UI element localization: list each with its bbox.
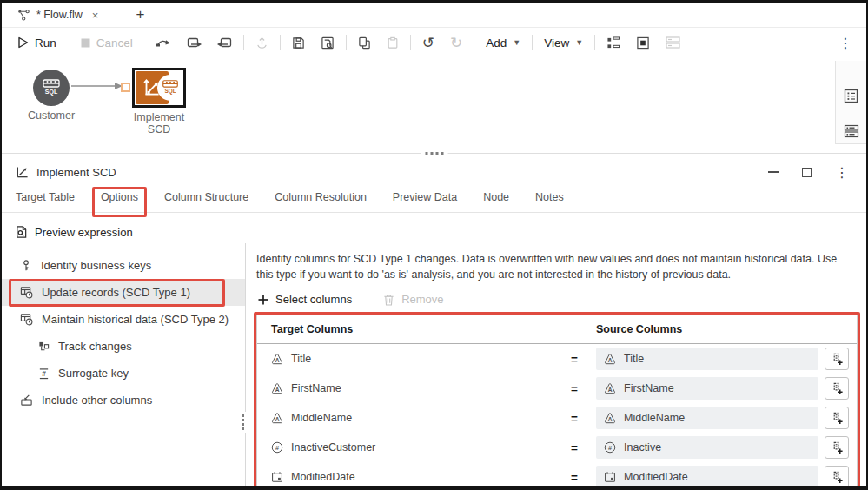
minimize-panel-icon[interactable] [768, 171, 779, 173]
copy-icon[interactable] [358, 36, 371, 50]
tab-column-structure[interactable]: Column Structure [164, 191, 248, 212]
mapping-row: # InactiveCustomer = # Inactive [257, 433, 857, 462]
tab-options[interactable]: Options [101, 191, 138, 212]
panel-more-options-icon[interactable]: ⋮ [835, 164, 851, 181]
paste-icon[interactable] [387, 36, 399, 50]
columns-actions: Select columns Remove [258, 293, 855, 306]
character-type-icon: A [604, 382, 616, 394]
input-port[interactable] [121, 83, 130, 92]
source-columns-header: Source Columns [596, 323, 857, 335]
sidebar-item-include-other-columns[interactable]: Include other columns [2, 387, 245, 414]
tab-preview-data[interactable]: Preview Data [393, 191, 457, 212]
redo-icon[interactable]: ↻ [450, 36, 462, 50]
select-column-button[interactable] [825, 377, 849, 400]
add-menu-button[interactable]: Add▼ [486, 36, 520, 50]
source-column-select[interactable]: A Title [596, 348, 818, 370]
select-column-button[interactable] [825, 466, 849, 488]
more-options-icon[interactable]: ⋮ [838, 35, 854, 51]
target-column: A FirstName [257, 382, 553, 394]
source-column-select[interactable]: A FirstName [596, 377, 818, 400]
sidebar-item-identify-business-keys[interactable]: Identify business keys [2, 252, 245, 279]
sidebar-item-maintain-historical-scd2[interactable]: Maintain historical data (SCD Type 2) [2, 306, 245, 333]
equals-sign: = [553, 382, 596, 395]
play-icon [17, 36, 29, 49]
equals-sign: = [553, 412, 596, 425]
date-type-icon [604, 471, 616, 483]
run-selected-node-icon[interactable] [187, 36, 202, 50]
date-type-icon [271, 471, 283, 483]
target-column: ModifiedDate [257, 471, 553, 483]
mapping-row: A Title = A Title [257, 344, 857, 374]
plus-icon [258, 295, 268, 305]
mapping-table-header: Target Columns Source Columns [257, 315, 857, 344]
right-panel-strip [835, 61, 866, 144]
maximize-panel-icon[interactable] [802, 168, 812, 177]
mapping-row: A MiddleName = A MiddleName [257, 403, 857, 433]
save-icon[interactable] [292, 36, 305, 50]
submit-icon[interactable] [255, 36, 268, 50]
save-as-icon[interactable] [321, 36, 335, 50]
source-column-select[interactable]: A MiddleName [596, 407, 818, 429]
run-pipeline-icon[interactable] [156, 36, 171, 50]
numeric-type-icon: # [271, 441, 283, 454]
character-type-icon: A [271, 412, 283, 424]
tab-target-table[interactable]: Target Table [16, 191, 75, 212]
sidebar-item-surrogate-key[interactable]: # Surrogate key [2, 360, 245, 387]
svg-text:#: # [275, 444, 280, 452]
show-list-view-icon[interactable] [666, 36, 680, 49]
surrogate-key-icon: # [38, 368, 50, 380]
svg-text:A: A [275, 358, 280, 364]
chevron-down-icon: ▼ [513, 38, 520, 47]
cancel-button[interactable]: Cancel [81, 36, 133, 50]
target-column: A MiddleName [257, 412, 553, 424]
splitter-drag-handle[interactable] [421, 150, 447, 156]
scd1-options-content: Identify columns for SCD Type 1 changes.… [246, 243, 866, 486]
run-to-selected-node-icon[interactable] [217, 36, 232, 50]
properties-panel-icon[interactable] [844, 89, 858, 103]
node-detail-panel: Implement SCD ⋮ Target Table Options Col… [2, 156, 866, 486]
flow-icon [17, 9, 30, 22]
horizontal-splitter[interactable] [2, 153, 866, 156]
table-update-icon [20, 286, 33, 299]
layers-panel-icon[interactable] [844, 124, 859, 138]
select-column-button[interactable] [825, 348, 849, 370]
target-columns-header: Target Columns [257, 323, 596, 335]
equals-sign: = [553, 441, 596, 454]
remove-button[interactable]: Remove [383, 293, 443, 306]
tab-notes[interactable]: Notes [535, 191, 564, 212]
options-pane: Identify business keys Update records (S… [2, 243, 866, 486]
tab-column-resolution[interactable]: Column Resolution [275, 191, 367, 212]
implement-scd-node[interactable]: SQL [132, 68, 186, 108]
select-column-button[interactable] [825, 436, 849, 459]
preview-expression-button[interactable]: Preview expression [15, 223, 866, 241]
new-tab-button[interactable]: + [122, 3, 158, 27]
svg-text:SQL: SQL [45, 89, 58, 96]
chart-axes-icon [16, 166, 29, 179]
tab-node[interactable]: Node [483, 191, 509, 212]
select-columns-button[interactable]: Select columns [258, 293, 352, 306]
source-column-select[interactable]: # Inactive [596, 436, 818, 459]
undo-icon[interactable]: ↺ [422, 36, 434, 50]
character-type-icon: A [271, 382, 283, 394]
svg-text:A: A [275, 417, 280, 423]
stop-icon [81, 38, 90, 48]
customer-node[interactable]: SQL [33, 70, 70, 106]
sidebar-item-update-records-scd1[interactable]: Update records (SCD Type 1) [2, 279, 245, 306]
close-tab-icon[interactable]: × [92, 9, 99, 22]
run-button[interactable]: Run [17, 36, 56, 50]
fit-to-view-icon[interactable] [636, 36, 650, 50]
source-column-select[interactable]: ModifiedDate [596, 466, 818, 488]
view-menu-button[interactable]: View▼ [544, 36, 583, 50]
svg-text:A: A [608, 417, 613, 423]
tab-flow-flw[interactable]: * Flow.flw × [12, 3, 109, 27]
connector-arrow [71, 81, 123, 91]
arrange-nodes-icon[interactable] [606, 36, 620, 50]
sidebar-item-track-changes[interactable]: Track changes [2, 333, 245, 360]
select-column-button[interactable] [825, 407, 849, 429]
trash-icon [383, 294, 394, 306]
sidebar-resize-handle[interactable] [240, 412, 246, 433]
equals-sign: = [553, 471, 596, 484]
panel-title: Implement SCD [36, 166, 116, 179]
numeric-type-icon: # [604, 441, 616, 454]
flow-canvas[interactable]: SQL Customer [2, 57, 866, 153]
